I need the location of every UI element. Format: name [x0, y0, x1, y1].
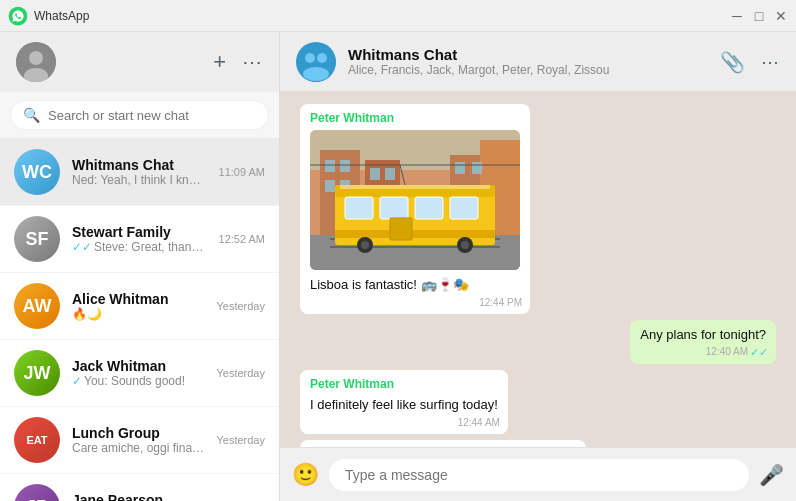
new-chat-button[interactable]: +	[213, 49, 226, 75]
chat-list-item[interactable]: JWJack Whitman✓You: Sounds good!Yesterda…	[0, 340, 279, 407]
search-input[interactable]	[48, 108, 256, 123]
chat-item-preview: Ned: Yeah, I think I know wha...	[72, 173, 207, 187]
message-text: Lisboa is fantastic! 🚌🍷🎭	[310, 276, 520, 294]
whatsapp-logo	[8, 6, 28, 26]
close-button[interactable]: ✕	[774, 9, 788, 23]
chat-area: Whitmans Chat Alice, Francis, Jack, Marg…	[280, 32, 796, 501]
titlebar: WhatsApp ─ □ ✕	[0, 0, 796, 32]
chat-item-preview: ✓You: Sounds good!	[72, 374, 204, 388]
message-input[interactable]	[329, 459, 749, 491]
chat-item-time: Yesterday	[216, 367, 265, 379]
sidebar-actions: + ⋯	[213, 49, 263, 75]
menu-button[interactable]: ⋯	[242, 50, 263, 74]
message-bubble: Jack WhitmanTonight is the movie night! …	[300, 440, 586, 447]
svg-point-6	[317, 53, 327, 63]
window-controls: ─ □ ✕	[730, 9, 788, 23]
svg-point-7	[303, 67, 329, 81]
chat-list-item[interactable]: SFStewart Family✓✓Steve: Great, thanks!1…	[0, 206, 279, 273]
svg-rect-21	[472, 162, 482, 174]
attach-button[interactable]: 📎	[720, 50, 745, 74]
chat-item-avatar: EAT	[14, 417, 60, 463]
chat-members: Alice, Francis, Jack, Margot, Peter, Roy…	[348, 63, 708, 77]
emoji-button[interactable]: 🙂	[292, 462, 319, 488]
chat-list-item[interactable]: AWAlice Whitman🔥🌙Yesterday	[0, 273, 279, 340]
svg-rect-30	[415, 197, 443, 219]
maximize-button[interactable]: □	[752, 9, 766, 23]
svg-rect-16	[325, 180, 335, 192]
svg-rect-24	[330, 246, 500, 248]
chat-item-preview: 🔥🌙	[72, 307, 204, 321]
svg-rect-28	[345, 197, 373, 219]
chat-item-name: Lunch Group	[72, 425, 204, 441]
svg-rect-15	[340, 160, 350, 172]
chat-list-item[interactable]: EATLunch GroupCare amiche, oggi finalmen…	[0, 407, 279, 474]
chat-avatar	[296, 42, 336, 82]
message-text: I definitely feel like surfing today!	[310, 396, 498, 414]
chat-item-time: Yesterday	[216, 434, 265, 446]
chat-item-name: Stewart Family	[72, 224, 207, 240]
svg-rect-14	[325, 160, 335, 172]
chat-item-time: Yesterday	[216, 300, 265, 312]
chat-menu-button[interactable]: ⋯	[761, 51, 780, 73]
message-bubble: Any plans for tonight?12:40 AM✓✓	[630, 320, 776, 364]
svg-rect-32	[335, 230, 495, 238]
chat-item-preview: ✓✓Steve: Great, thanks!	[72, 240, 207, 254]
svg-point-5	[305, 53, 315, 63]
message-time: 12:40 AM✓✓	[706, 345, 768, 360]
app-title: WhatsApp	[34, 9, 730, 23]
chat-item-preview: Care amiche, oggi finalmente posso	[72, 441, 204, 455]
sidebar-header: + ⋯	[0, 32, 279, 92]
chat-item-avatar: WC	[14, 149, 60, 195]
svg-rect-33	[390, 218, 412, 240]
chat-name: Whitmans Chat	[348, 46, 708, 63]
svg-rect-29	[380, 197, 408, 219]
svg-rect-20	[455, 162, 465, 174]
chat-list-item[interactable]: WCWhitmans ChatNed: Yeah, I think I know…	[0, 139, 279, 206]
chat-header-actions: 📎 ⋯	[720, 50, 780, 74]
my-avatar[interactable]	[16, 42, 56, 82]
message-image	[310, 130, 520, 270]
svg-rect-19	[385, 168, 395, 180]
chat-item-name: Alice Whitman	[72, 291, 204, 307]
chat-header: Whitmans Chat Alice, Francis, Jack, Marg…	[280, 32, 796, 92]
chat-header-info: Whitmans Chat Alice, Francis, Jack, Marg…	[348, 46, 708, 77]
svg-rect-31	[450, 197, 478, 219]
chat-list: WCWhitmans ChatNed: Yeah, I think I know…	[0, 139, 279, 501]
chat-list-item[interactable]: JPJane PearsonNice! I definitely feel li…	[0, 474, 279, 501]
message-sender: Peter Whitman	[310, 376, 498, 393]
main-layout: + ⋯ 🔍 WCWhitmans ChatNed: Yeah, I think …	[0, 32, 796, 501]
chat-item-avatar: JW	[14, 350, 60, 396]
chat-item-time: 12:52 AM	[219, 233, 265, 245]
message-time: 12:44 AM	[458, 416, 500, 430]
search-bar: 🔍	[0, 92, 279, 139]
chat-item-avatar: SF	[14, 216, 60, 262]
svg-rect-27	[340, 185, 490, 189]
chat-item-name: Whitmans Chat	[72, 157, 207, 173]
svg-point-2	[29, 51, 43, 65]
chat-item-avatar: JP	[14, 484, 60, 501]
chat-item-name: Jack Whitman	[72, 358, 204, 374]
svg-point-37	[461, 241, 469, 249]
mic-button[interactable]: 🎤	[759, 463, 784, 487]
message-time: 12:44 PM	[479, 296, 522, 310]
message-bubble: Peter WhitmanI definitely feel like surf…	[300, 370, 508, 434]
svg-rect-18	[370, 168, 380, 180]
message-sender: Peter Whitman	[310, 110, 520, 127]
input-bar: 🙂 🎤	[280, 447, 796, 501]
messages-area: Peter Whitman	[280, 92, 796, 447]
svg-point-35	[361, 241, 369, 249]
chat-item-time: 11:09 AM	[219, 166, 265, 178]
chat-item-name: Jane Pearson	[72, 492, 222, 501]
message-text: Any plans for tonight?	[640, 326, 766, 344]
sidebar: + ⋯ 🔍 WCWhitmans ChatNed: Yeah, I think …	[0, 32, 280, 501]
chat-item-avatar: AW	[14, 283, 60, 329]
search-icon: 🔍	[23, 107, 40, 123]
search-input-wrap: 🔍	[10, 100, 269, 130]
minimize-button[interactable]: ─	[730, 9, 744, 23]
message-bubble: Peter Whitman	[300, 104, 530, 314]
